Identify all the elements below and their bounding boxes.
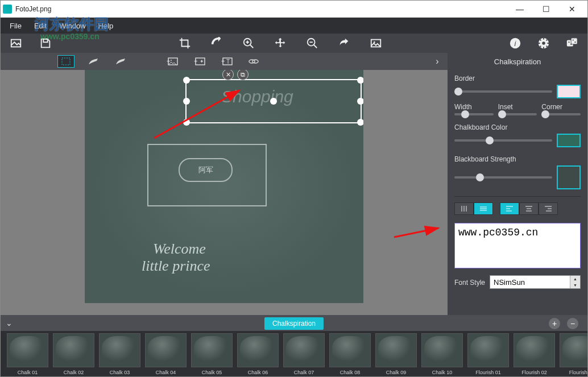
- preset-thumb[interactable]: Chalk 02: [52, 333, 95, 377]
- menu-window[interactable]: Window: [55, 20, 90, 31]
- handle-bl[interactable]: [183, 119, 190, 126]
- preset-thumb-label: Flourish 01: [475, 370, 501, 375]
- close-button[interactable]: ✕: [559, 1, 585, 18]
- width-slider[interactable]: [454, 113, 494, 115]
- preset-thumb[interactable]: Chalk 07: [283, 333, 325, 377]
- handle-mr[interactable]: [357, 98, 363, 105]
- rotate-icon[interactable]: [209, 36, 224, 51]
- select-tool[interactable]: [57, 55, 74, 68]
- preset-add-button[interactable]: +: [549, 318, 560, 329]
- dice-icon[interactable]: [565, 36, 579, 51]
- menu-file[interactable]: File: [5, 20, 26, 31]
- orientation-horizontal-button[interactable]: [474, 202, 493, 215]
- canvas-area[interactable]: 阿军 Welcome little prince Shopping ✕ ⧉: [1, 70, 448, 315]
- text-input[interactable]: [454, 223, 581, 268]
- svg-line-3: [250, 45, 254, 48]
- preset-thumb[interactable]: Chalk 06: [237, 333, 279, 377]
- fit-screen-icon[interactable]: [368, 36, 383, 51]
- save-icon[interactable]: [38, 36, 53, 51]
- panel-collapse-icon[interactable]: ›: [427, 53, 448, 70]
- brush-tool-1[interactable]: [85, 55, 102, 68]
- preset-thumb[interactable]: Chalk 09: [375, 333, 417, 377]
- handle-tr[interactable]: [357, 77, 363, 84]
- border-color-swatch[interactable]: [557, 85, 581, 98]
- border-slider[interactable]: [454, 90, 552, 93]
- preset-thumb-label: Chalk 05: [202, 370, 222, 375]
- align-left-button[interactable]: [500, 202, 519, 215]
- preset-strip-header: ⌄ Chalkspiration + −: [1, 315, 587, 331]
- font-style-value: NSimSun: [494, 278, 525, 287]
- add-image-icon[interactable]: +: [163, 55, 180, 68]
- svg-text:T: T: [226, 59, 230, 65]
- handle-center[interactable]: [270, 98, 277, 105]
- selection-copy-icon[interactable]: ⧉: [237, 70, 249, 80]
- corner-slider[interactable]: [541, 113, 581, 115]
- panel-title: Chalkspiration: [448, 53, 587, 70]
- svg-rect-21: [62, 58, 70, 65]
- preset-category-tag[interactable]: Chalkspiration: [264, 317, 324, 330]
- text-selection-box[interactable]: ✕ ⧉: [185, 79, 362, 123]
- chalkboard-color-slider[interactable]: [454, 139, 552, 142]
- svg-line-7: [314, 45, 317, 48]
- handle-tl[interactable]: [183, 77, 190, 84]
- preset-thumb-label: Chalk 04: [156, 370, 176, 375]
- pan-icon[interactable]: [273, 36, 288, 51]
- preset-thumb-label: Chalk 08: [340, 370, 361, 375]
- preset-thumb-label: Flourish 0: [569, 370, 587, 375]
- preset-thumb-image: [237, 333, 279, 367]
- minimize-button[interactable]: —: [507, 1, 533, 18]
- properties-panel: Border Width Inset Corner Chalkboard Col…: [448, 70, 587, 315]
- maximize-button[interactable]: ☐: [533, 1, 559, 18]
- chalkboard-color-swatch[interactable]: [557, 134, 581, 147]
- preset-thumb-image: [7, 333, 48, 367]
- svg-line-34: [394, 228, 438, 237]
- menu-help[interactable]: Help: [94, 20, 118, 31]
- selection-delete-icon[interactable]: ✕: [222, 70, 234, 80]
- align-center-button[interactable]: [519, 202, 539, 215]
- crop-icon[interactable]: [177, 36, 192, 51]
- align-right-button[interactable]: [539, 202, 558, 215]
- add-text-icon[interactable]: +T: [218, 55, 235, 68]
- info-icon[interactable]: i: [508, 36, 523, 51]
- open-image-icon[interactable]: [9, 36, 23, 51]
- zoom-in-icon[interactable]: [241, 36, 256, 51]
- blackboard-strength-slider[interactable]: [454, 176, 552, 179]
- width-label: Width: [454, 103, 494, 111]
- menu-edit[interactable]: Edit: [30, 20, 51, 31]
- preset-remove-button[interactable]: −: [567, 318, 578, 329]
- preset-thumb-label: Flourish 02: [521, 370, 547, 375]
- inset-slider[interactable]: [498, 113, 537, 115]
- blackboard-texture-swatch[interactable]: [557, 165, 581, 189]
- window-title: FotoJet.png: [15, 5, 51, 13]
- preset-thumb[interactable]: Chalk 04: [144, 333, 187, 377]
- redo-icon[interactable]: [337, 36, 351, 51]
- zoom-out-icon[interactable]: [305, 36, 320, 51]
- preset-thumb[interactable]: Chalk 05: [191, 333, 233, 377]
- brush-tool-2[interactable]: [112, 55, 129, 68]
- chalk-text-1: Welcome: [153, 241, 206, 258]
- add-effect-icon[interactable]: +✦: [191, 55, 208, 68]
- preset-thumb[interactable]: Chalk 03: [98, 333, 141, 377]
- preset-thumb[interactable]: Flourish 01: [467, 333, 510, 377]
- preset-thumb[interactable]: Chalk 10: [421, 333, 463, 377]
- preset-thumb[interactable]: Chalk 01: [6, 333, 49, 377]
- chalk-text-2: little prince: [142, 258, 210, 275]
- handle-ml[interactable]: [183, 98, 190, 105]
- preset-thumb-label: Chalk 07: [294, 370, 314, 375]
- link-icon[interactable]: [245, 55, 262, 68]
- settings-icon[interactable]: [536, 36, 551, 51]
- handle-br[interactable]: [357, 119, 363, 126]
- preset-thumb-image: [283, 333, 325, 367]
- strip-collapse-icon[interactable]: ⌄: [1, 318, 18, 328]
- font-style-select[interactable]: NSimSun ▲▼: [490, 275, 581, 289]
- preset-thumb[interactable]: Chalk 08: [329, 333, 371, 377]
- svg-point-32: [252, 60, 258, 63]
- preset-thumb[interactable]: Flourish 02: [513, 333, 556, 377]
- preset-thumb[interactable]: Flourish 0: [559, 333, 587, 377]
- font-style-spinner[interactable]: ▲▼: [570, 276, 580, 288]
- preset-thumbnails[interactable]: Chalk 01Chalk 02Chalk 03Chalk 04Chalk 05…: [1, 331, 587, 377]
- orientation-vertical-button[interactable]: [454, 202, 474, 215]
- preset-thumb-image: [191, 333, 233, 367]
- preset-thumb-label: Chalk 10: [432, 370, 453, 375]
- canvas[interactable]: 阿军 Welcome little prince Shopping ✕ ⧉: [85, 70, 363, 303]
